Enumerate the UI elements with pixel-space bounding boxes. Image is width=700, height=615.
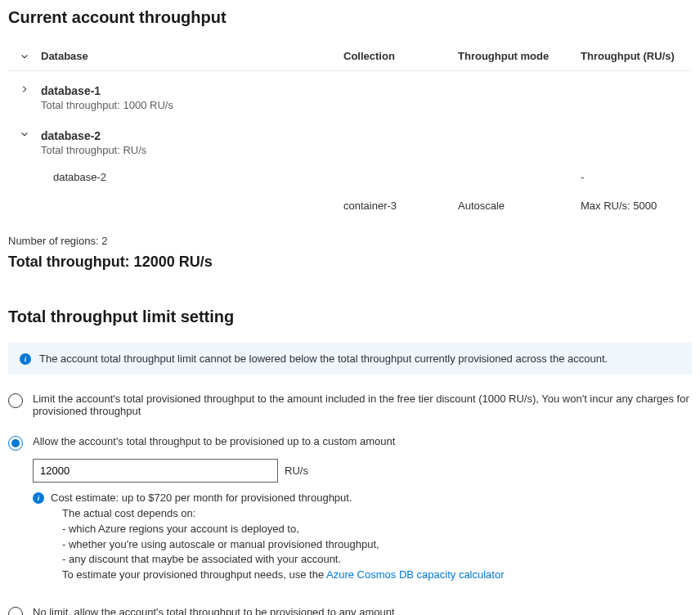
page-title: Current account throughput <box>8 8 692 27</box>
info-icon: i <box>20 353 31 365</box>
regions-count: Number of regions: 2 <box>8 235 692 247</box>
database-row[interactable]: database-2 Total throughput: RU/s <box>8 123 692 163</box>
database-throughput-sub: Total throughput: 1000 RU/s <box>41 99 692 111</box>
unit-label: RU/s <box>285 465 308 477</box>
database-row[interactable]: database-1 Total throughput: 1000 RU/s <box>8 78 692 118</box>
cost-estimate-text: Cost estimate: up to $720 per month for … <box>51 491 505 583</box>
cell-mode: Autoscale <box>458 200 581 212</box>
radio-button[interactable] <box>8 393 23 408</box>
info-icon: i <box>33 492 44 504</box>
radio-label: No limit, allow the account's total thro… <box>33 606 692 615</box>
radio-label: Limit the account's total provisioned th… <box>33 393 692 417</box>
cell-throughput: Max RU/s: 5000 <box>581 200 692 212</box>
radio-option-free-tier[interactable]: Limit the account's total provisioned th… <box>8 393 692 417</box>
capacity-calculator-link[interactable]: Azure Cosmos DB capacity calculator <box>326 568 504 581</box>
radio-button[interactable] <box>8 436 23 451</box>
database-name: database-2 <box>41 129 692 142</box>
chevron-down-icon <box>20 52 29 61</box>
total-throughput: Total throughput: 12000 RU/s <box>8 254 692 271</box>
header-sort-icon[interactable] <box>8 50 41 62</box>
cell-database <box>41 200 343 212</box>
throughput-input[interactable] <box>33 459 278 483</box>
chevron-right-icon <box>20 84 29 94</box>
database-throughput-sub: Total throughput: RU/s <box>41 144 692 156</box>
database-name: database-1 <box>41 84 692 97</box>
cell-collection: container-3 <box>343 200 458 212</box>
col-header-mode[interactable]: Throughput mode <box>458 50 581 62</box>
table-row: container-3 Autoscale Max RU/s: 5000 <box>8 191 692 220</box>
cell-database: database-2 <box>41 171 343 183</box>
cell-collection <box>343 171 458 183</box>
radio-button[interactable] <box>8 607 23 615</box>
radio-label: Allow the account's total throughput to … <box>33 435 692 447</box>
info-banner-text: The account total throughput limit canno… <box>39 352 608 365</box>
col-header-database[interactable]: Database <box>41 50 343 62</box>
info-banner: i The account total throughput limit can… <box>8 343 692 375</box>
radio-option-custom[interactable]: Allow the account's total throughput to … <box>8 435 692 451</box>
col-header-throughput[interactable]: Throughput (RU/s) <box>581 50 692 62</box>
col-header-collection[interactable]: Collection <box>343 50 458 62</box>
limit-heading: Total throughput limit setting <box>8 308 692 326</box>
table-row: database-2 - <box>8 163 692 191</box>
chevron-down-icon <box>20 129 29 139</box>
throughput-table-header: Database Collection Throughput mode Thro… <box>8 43 692 71</box>
radio-option-no-limit[interactable]: No limit, allow the account's total thro… <box>8 606 692 615</box>
cell-mode <box>458 171 581 183</box>
cell-throughput: - <box>581 171 692 183</box>
